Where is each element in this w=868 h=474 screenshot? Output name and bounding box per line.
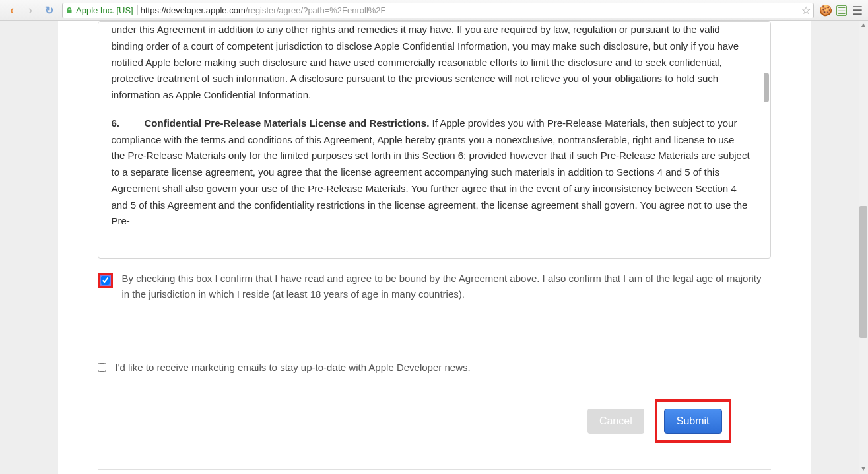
scroll-up-arrow-icon[interactable]: ▲ xyxy=(859,21,868,30)
submit-button[interactable]: Submit xyxy=(664,409,722,434)
browser-toolbar: ‹ › ↻ 🔒︎ Apple Inc. [US] https://develop… xyxy=(0,0,868,21)
divider xyxy=(98,469,771,470)
marketing-consent-row: I'd like to receive marketing emails to … xyxy=(98,362,771,373)
url-text: https://developer.apple.com/register/agr… xyxy=(141,5,386,15)
agree-label[interactable]: By checking this box I confirm that I ha… xyxy=(122,271,771,302)
hamburger-menu-icon[interactable]: ☰ xyxy=(851,4,864,17)
highlight-box: Submit xyxy=(655,399,731,443)
marketing-checkbox[interactable] xyxy=(98,363,106,372)
agreement-scrollbar[interactable] xyxy=(764,23,769,257)
agreement-content: under this Agreement in addition to any … xyxy=(112,22,757,230)
agree-consent-row: By checking this box I confirm that I ha… xyxy=(58,259,811,309)
site-identity: Apple Inc. [US] xyxy=(76,5,138,15)
lock-icon: 🔒︎ xyxy=(65,6,73,15)
agreement-scrollbar-thumb[interactable] xyxy=(764,73,769,102)
page-viewport: under this Agreement in addition to any … xyxy=(0,21,868,474)
address-bar[interactable]: 🔒︎ Apple Inc. [US] https://developer.app… xyxy=(62,3,814,18)
button-row: Cancel Submit xyxy=(98,373,771,456)
back-button[interactable]: ‹ xyxy=(4,3,20,18)
page-scrollbar[interactable]: ▲ ▼ xyxy=(859,21,868,474)
content-wrapper: under this Agreement in addition to any … xyxy=(58,21,811,474)
scroll-down-arrow-icon[interactable]: ▼ xyxy=(859,465,868,474)
agree-checkbox[interactable] xyxy=(101,276,110,285)
extension-icon[interactable]: ☰ xyxy=(835,4,848,17)
cancel-button[interactable]: Cancel xyxy=(587,409,644,434)
bookmark-star-icon[interactable]: ☆ xyxy=(801,4,811,17)
highlight-box xyxy=(98,273,113,288)
agreement-section-6: 6.Confidential Pre-Release Materials Lic… xyxy=(112,116,751,230)
marketing-label[interactable]: I'd like to receive marketing emails to … xyxy=(116,362,471,373)
agreement-paragraph: under this Agreement in addition to any … xyxy=(112,22,751,104)
forward-button: › xyxy=(22,3,38,18)
reload-button[interactable]: ↻ xyxy=(41,3,57,18)
agreement-textarea[interactable]: under this Agreement in addition to any … xyxy=(98,21,771,259)
page-scrollbar-thumb[interactable] xyxy=(859,206,867,338)
cookie-extension-icon[interactable]: 🍪 xyxy=(819,4,832,17)
marketing-section: I'd like to receive marketing emails to … xyxy=(58,335,811,474)
